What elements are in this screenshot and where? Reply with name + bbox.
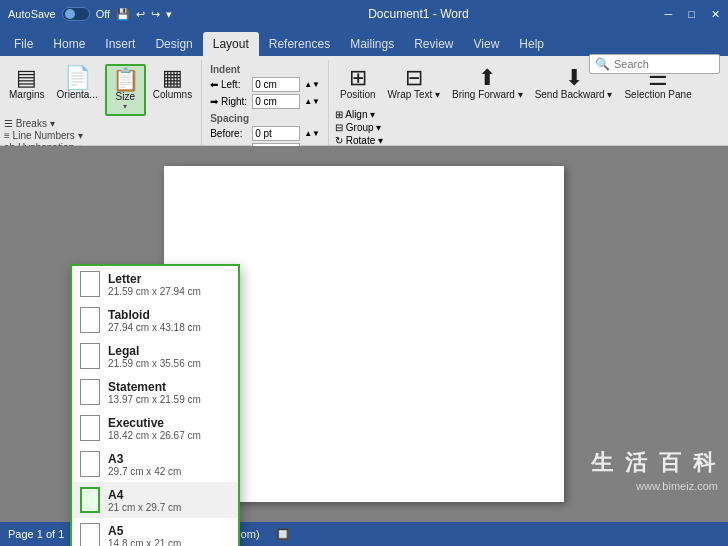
size-button[interactable]: 📋 Size ▾ — [105, 64, 146, 116]
size-option-legal[interactable]: Legal 21.59 cm x 35.56 cm — [72, 338, 238, 374]
undo-icon[interactable]: ↩ — [136, 8, 145, 21]
tabloid-name: Tabloid — [108, 308, 201, 322]
executive-name: Executive — [108, 416, 201, 430]
right-spin[interactable]: ▲▼ — [304, 97, 320, 106]
executive-size: 18.42 cm x 26.67 cm — [108, 430, 201, 441]
margins-button[interactable]: ▤ Margins — [4, 64, 50, 103]
right-input[interactable] — [252, 94, 300, 109]
position-icon: ⊞ — [349, 67, 367, 89]
align-button[interactable]: ⊞ Align ▾ — [335, 109, 383, 120]
legal-paper-icon — [80, 343, 100, 369]
legal-name: Legal — [108, 344, 201, 358]
tab-references[interactable]: References — [259, 32, 340, 56]
indent-left-row: ⬅ Left: ▲▼ — [210, 77, 320, 92]
statement-paper-icon — [80, 379, 100, 405]
left-label: ⬅ Left: — [210, 79, 248, 90]
tab-help[interactable]: Help — [509, 32, 554, 56]
size-option-letter[interactable]: Letter 21.59 cm x 27.94 cm — [72, 266, 238, 302]
spacing-before-row: Before: ▲▼ — [210, 126, 320, 141]
toggle-knob — [65, 9, 75, 19]
position-button[interactable]: ⊞ Position — [335, 64, 381, 103]
watermark-text: 生 活 百 科 — [591, 448, 718, 478]
tab-view[interactable]: View — [464, 32, 510, 56]
group-button[interactable]: ⊟ Group ▾ — [335, 122, 383, 133]
margins-icon: ▤ — [16, 67, 37, 89]
line-numbers-button[interactable]: ≡ Line Numbers ▾ — [4, 130, 197, 141]
executive-paper-icon — [80, 415, 100, 441]
spacing-heading: Spacing — [210, 113, 320, 124]
statement-size: 13.97 cm x 21.59 cm — [108, 394, 201, 405]
page-count: Page 1 of 1 — [8, 528, 64, 540]
document-title: Document1 - Word — [368, 7, 468, 21]
position-label: Position — [340, 89, 376, 100]
columns-label: Columns — [153, 89, 192, 100]
save-icon[interactable]: 💾 — [116, 8, 130, 21]
size-label: Size — [115, 91, 134, 102]
rotate-button[interactable]: ↻ Rotate ▾ — [335, 135, 383, 146]
search-input[interactable] — [614, 58, 714, 70]
before-spin[interactable]: ▲▼ — [304, 129, 320, 138]
tab-review[interactable]: Review — [404, 32, 463, 56]
tab-file[interactable]: File — [4, 32, 43, 56]
redo-icon[interactable]: ↪ — [151, 8, 160, 21]
left-input[interactable] — [252, 77, 300, 92]
send-backward-icon: ⬇ — [565, 67, 583, 89]
tab-home[interactable]: Home — [43, 32, 95, 56]
letter-paper-icon — [80, 271, 100, 297]
tab-layout[interactable]: Layout — [203, 32, 259, 56]
left-spin[interactable]: ▲▼ — [304, 80, 320, 89]
ribbon: ▤ Margins 📄 Orienta... 📋 Size ▾ ▦ Column… — [0, 56, 728, 146]
wrap-text-button[interactable]: ⊟ Wrap Text ▾ — [383, 64, 445, 103]
a4-name: A4 — [108, 488, 181, 502]
autosave-state: Off — [96, 8, 110, 20]
search-icon: 🔍 — [595, 57, 610, 71]
indent-right-row: ➡ Right: ▲▼ — [210, 94, 320, 109]
size-option-a3[interactable]: A3 29.7 cm x 42 cm — [72, 446, 238, 482]
wrap-text-label: Wrap Text ▾ — [388, 89, 440, 100]
customize-icon[interactable]: ▾ — [166, 8, 172, 21]
columns-icon: ▦ — [162, 67, 183, 89]
bring-forward-button[interactable]: ⬆ Bring Forward ▾ — [447, 64, 528, 103]
send-backward-label: Send Backward ▾ — [535, 89, 613, 100]
tab-mailings[interactable]: Mailings — [340, 32, 404, 56]
tab-insert[interactable]: Insert — [95, 32, 145, 56]
margins-label: Margins — [9, 89, 45, 100]
document-area: Letter 21.59 cm x 27.94 cm Tabloid 27.94… — [0, 146, 728, 522]
ribbon-tabs: File Home Insert Design Layout Reference… — [0, 28, 728, 56]
a5-size: 14.8 cm x 21 cm — [108, 538, 181, 547]
a5-paper-icon — [80, 523, 100, 546]
tabloid-size: 27.94 cm x 43.18 cm — [108, 322, 201, 333]
a5-name: A5 — [108, 524, 181, 538]
size-option-a5[interactable]: A5 14.8 cm x 21 cm — [72, 518, 238, 546]
breaks-button[interactable]: ☰ Breaks ▾ — [4, 118, 197, 129]
a5-text: A5 14.8 cm x 21 cm — [108, 524, 181, 547]
tab-design[interactable]: Design — [145, 32, 202, 56]
close-button[interactable]: ✕ — [711, 8, 720, 21]
size-option-statement[interactable]: Statement 13.97 cm x 21.59 cm — [72, 374, 238, 410]
selection-pane-label: Selection Pane — [624, 89, 691, 100]
autosave-label: AutoSave — [8, 8, 56, 20]
size-option-tabloid[interactable]: Tabloid 27.94 cm x 43.18 cm — [72, 302, 238, 338]
size-dropdown: Letter 21.59 cm x 27.94 cm Tabloid 27.94… — [70, 264, 240, 546]
a3-paper-icon — [80, 451, 100, 477]
ribbon-search[interactable]: 🔍 — [589, 54, 720, 74]
restore-button[interactable]: □ — [688, 8, 695, 21]
window-controls: ─ □ ✕ — [665, 8, 720, 21]
size-option-executive[interactable]: Executive 18.42 cm x 26.67 cm — [72, 410, 238, 446]
bring-forward-label: Bring Forward ▾ — [452, 89, 523, 100]
autosave-toggle[interactable] — [62, 7, 90, 21]
minimize-button[interactable]: ─ — [665, 8, 673, 21]
legal-size: 21.59 cm x 35.56 cm — [108, 358, 201, 369]
columns-button[interactable]: ▦ Columns — [148, 64, 197, 103]
size-option-a4[interactable]: A4 21 cm x 29.7 cm — [72, 482, 238, 518]
size-icon: 📋 — [112, 69, 139, 91]
orientation-button[interactable]: 📄 Orienta... — [52, 64, 103, 103]
indent-heading: Indent — [210, 64, 320, 75]
orientation-icon: 📄 — [64, 67, 91, 89]
tabloid-paper-icon — [80, 307, 100, 333]
a4-size: 21 cm x 29.7 cm — [108, 502, 181, 513]
before-input[interactable] — [252, 126, 300, 141]
page-setup-group: ▤ Margins 📄 Orienta... 📋 Size ▾ ▦ Column… — [0, 60, 202, 145]
statement-text: Statement 13.97 cm x 21.59 cm — [108, 380, 201, 405]
watermark: 生 活 百 科 www.bimeiz.com — [591, 448, 718, 492]
